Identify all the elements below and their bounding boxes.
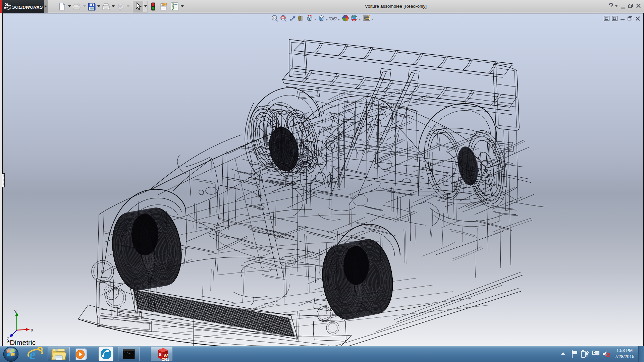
- svg-text:C:\_: C:\_: [124, 351, 130, 354]
- svg-text:2015: 2015: [162, 358, 169, 361]
- svg-text:X: X: [31, 328, 34, 332]
- svg-text:S: S: [159, 352, 162, 357]
- svg-text:Y: Y: [14, 310, 17, 313]
